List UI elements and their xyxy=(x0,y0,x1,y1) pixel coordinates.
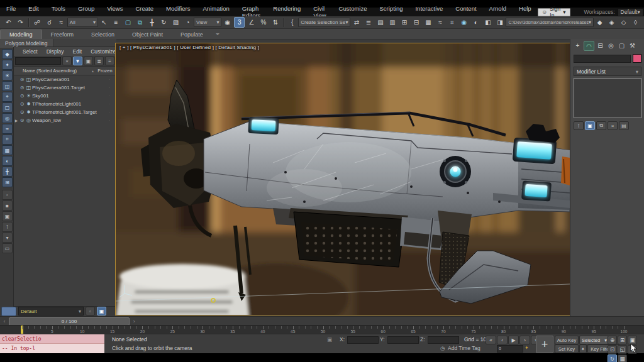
filter-lights-icon[interactable]: ☀ xyxy=(2,70,13,80)
clear-search-icon[interactable]: × xyxy=(62,57,72,65)
y-coordinate-field[interactable] xyxy=(387,336,419,344)
isolate-toggle-button[interactable] xyxy=(1,307,16,316)
add-time-tag[interactable]: Add Time Tag xyxy=(448,345,480,351)
configure-modifier-sets-icon[interactable]: ▤ xyxy=(619,121,629,130)
explorer-row[interactable]: ⊙ ✸ TPhotometricLight001.Target · xyxy=(14,108,116,116)
box-icon[interactable]: ▣ xyxy=(2,211,13,221)
time-slider-handle[interactable]: 0 / 100 xyxy=(9,317,130,326)
frozen-cell[interactable]: · xyxy=(103,110,116,114)
material-editor-icon[interactable]: ◉ xyxy=(458,17,469,28)
curve-editor-icon[interactable]: ≈ xyxy=(435,17,445,28)
named-selection-set-dropdown[interactable]: Create Selection Se▾ xyxy=(298,18,350,27)
filter-groups-icon[interactable]: ◎ xyxy=(2,113,13,123)
lock-explorer-icon[interactable]: ▣ xyxy=(84,57,93,65)
select-and-rotate-icon[interactable]: ↻ xyxy=(158,17,169,28)
explorer-row[interactable]: ⊙ ☀ Sky001 · xyxy=(14,92,116,100)
render-iterative-icon[interactable]: ◈ xyxy=(606,17,617,28)
modify-tab-icon[interactable]: ◠ xyxy=(584,41,594,51)
set-keys-button[interactable]: ✦ xyxy=(579,344,587,353)
filter-icon[interactable]: ▼ xyxy=(73,57,82,65)
select-by-name-icon[interactable]: ≡ xyxy=(111,17,121,28)
explorer-row[interactable]: ⊙ ◫ PhysCamera001.Target · xyxy=(14,84,116,92)
frozen-cell[interactable]: · xyxy=(103,118,116,123)
object-name-input[interactable] xyxy=(574,55,631,63)
filter-materials-icon[interactable]: ◐ xyxy=(2,156,13,166)
show-end-result-icon[interactable]: ▣ xyxy=(585,121,595,130)
align-icon[interactable]: ≣ xyxy=(363,17,374,28)
current-frame-field[interactable]: 0 xyxy=(497,345,523,353)
object-name[interactable]: PhysCamera001.Target xyxy=(32,85,103,90)
select-object-icon[interactable]: ↖ xyxy=(99,17,109,28)
activeshade-icon[interactable]: ◇ xyxy=(618,17,629,28)
frozen-column-header[interactable]: Frozen xyxy=(94,68,116,74)
select-and-move-icon[interactable]: ╋ xyxy=(147,17,157,28)
explorer-menu-item[interactable]: Select xyxy=(18,48,42,55)
make-unique-icon[interactable]: ⧉ xyxy=(596,121,606,130)
window-crossing-icon[interactable]: ⧉ xyxy=(135,17,145,28)
select-and-place-icon[interactable]: ◔ xyxy=(182,17,193,28)
ribbon-tab[interactable]: Selection xyxy=(82,30,123,39)
preset-options-icon[interactable]: ▣ xyxy=(97,307,106,315)
ribbon-tab[interactable]: Modeling xyxy=(0,30,42,39)
sync-selection-icon[interactable]: ≣ xyxy=(94,57,104,65)
display-tab-icon[interactable]: ▢ xyxy=(617,41,626,50)
explorer-settings-icon[interactable]: ≡ xyxy=(105,57,114,65)
viewport-label[interactable]: [ + ] [ PhysCamera001 ] [ User Defined ]… xyxy=(119,45,259,50)
ribbon-minimize-icon[interactable]: ⏷ xyxy=(212,31,223,39)
maximize-viewport-icon[interactable]: ▦ xyxy=(618,354,627,362)
filter-cameras-icon[interactable]: ◫ xyxy=(2,81,13,91)
expand-icon[interactable]: ▶ xyxy=(14,118,19,123)
perspective-viewport[interactable]: [ + ] [ PhysCamera001 ] [ User Defined ]… xyxy=(115,43,570,315)
angle-snap-icon[interactable]: ∠ xyxy=(246,17,257,28)
object-name[interactable]: Sky001 xyxy=(32,93,103,99)
spinner-snap-icon[interactable]: ⇅ xyxy=(270,17,280,28)
visibility-eye-icon[interactable]: ⊙ xyxy=(19,85,25,90)
schematic-view-icon[interactable]: ⌗ xyxy=(447,17,457,28)
bind-to-space-warp-icon[interactable]: ≈ xyxy=(56,17,67,28)
frozen-cell[interactable]: · xyxy=(103,85,116,90)
pin-stack-icon[interactable]: ⊺ xyxy=(574,121,584,130)
orbit-icon[interactable]: ↻ xyxy=(608,354,617,362)
select-and-scale-icon[interactable]: ▨ xyxy=(170,17,181,28)
z-coordinate-field[interactable] xyxy=(428,336,459,344)
funnel-icon[interactable]: ▾ xyxy=(2,233,13,243)
explorer-row[interactable]: ▶ ⊙ ◎ Weapon_low · xyxy=(14,116,116,124)
hierarchy-tab-icon[interactable]: ⊟ xyxy=(596,41,605,50)
layer-manager-icon[interactable]: ▤ xyxy=(375,17,386,28)
undo-icon[interactable]: ↶ xyxy=(3,17,14,28)
workspace-dropdown[interactable]: Default ▾ xyxy=(618,8,643,16)
remove-modifier-icon[interactable]: × xyxy=(608,121,618,130)
filter-spacewarps-icon[interactable]: ▢ xyxy=(2,102,13,112)
toggle-scene-explorer-icon[interactable]: ⊞ xyxy=(399,17,409,28)
modifier-list-dropdown[interactable]: Modifier List ▾ xyxy=(574,67,641,76)
utilities-tab-icon[interactable]: ⚒ xyxy=(628,41,637,50)
render-production-icon[interactable]: ◆ xyxy=(594,17,605,28)
set-key-button[interactable]: Set Key xyxy=(555,344,579,353)
use-pivot-center-icon[interactable]: ◉ xyxy=(222,17,233,28)
explorer-row[interactable]: ⊙ ✸ TPhotometricLight001 · xyxy=(14,100,116,108)
selection-lock-icon[interactable]: ▣ xyxy=(327,336,332,343)
visibility-eye-icon[interactable]: ⊙ xyxy=(19,118,25,123)
filter-geometry-icon[interactable]: ◆ xyxy=(2,49,13,59)
select-and-link-icon[interactable]: ☍ xyxy=(32,17,43,28)
unlink-selection-icon[interactable]: ☌ xyxy=(44,17,55,28)
edit-named-selection-icon[interactable]: { xyxy=(287,17,297,28)
visibility-eye-icon[interactable]: ⊙ xyxy=(19,77,25,82)
add-workspace-button[interactable]: + xyxy=(536,336,553,353)
rendered-frame-window-icon[interactable]: ◧ xyxy=(482,17,493,28)
visibility-eye-icon[interactable]: ⊙ xyxy=(19,109,25,115)
previous-frame-arrow[interactable]: ‹ xyxy=(0,319,9,324)
maxscript-mini-listener[interactable]: clearSelectio -- In top-l xyxy=(0,334,104,353)
ribbon-tab[interactable]: Freeform xyxy=(42,30,83,39)
render-setup-icon[interactable]: ◐ xyxy=(470,17,481,28)
selection-set-key-dropdown[interactable]: Selected▾ xyxy=(579,336,609,344)
new-preset-icon[interactable]: ▫ xyxy=(86,307,95,315)
mirror-icon[interactable]: ⇄ xyxy=(351,17,362,28)
percent-snap-icon[interactable]: % xyxy=(258,17,269,28)
filter-grid-icon[interactable]: ⊞ xyxy=(2,177,13,187)
auto-key-button[interactable]: Auto Key xyxy=(555,336,579,344)
frozen-cell[interactable]: · xyxy=(103,77,116,82)
render-flyout-icon[interactable]: ◨ xyxy=(494,17,505,28)
timeline-ruler[interactable]: 5101520253035404550556065707580859095100 xyxy=(0,325,644,334)
solid-icon[interactable]: ■ xyxy=(2,200,13,211)
